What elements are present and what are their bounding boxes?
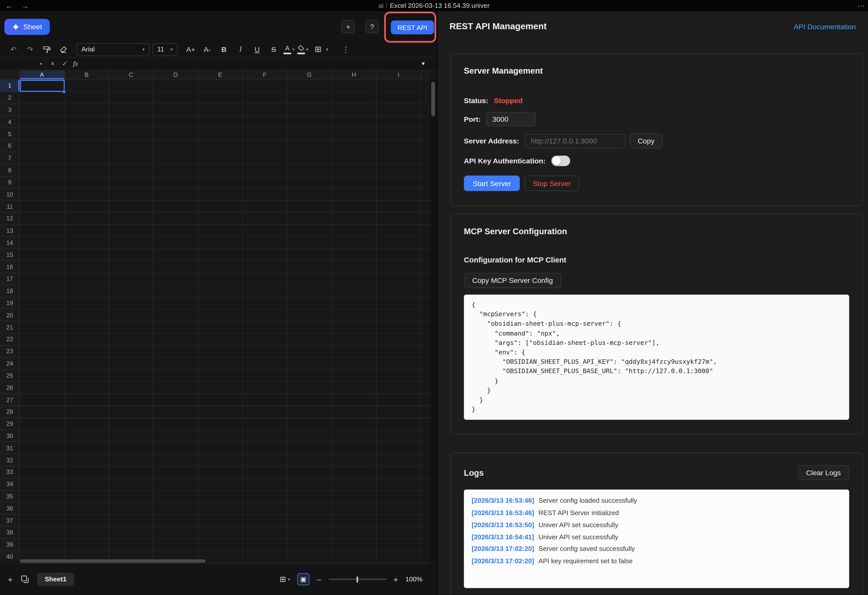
column-header-a[interactable]: A	[20, 70, 65, 79]
server-address-input[interactable]	[525, 134, 626, 148]
row-header-24[interactable]: 24	[0, 357, 19, 370]
row-header-18[interactable]: 18	[0, 285, 19, 297]
sheet-tab-sheet1[interactable]: Sheet1	[37, 573, 74, 586]
chevron-down-icon[interactable]: ▾	[326, 47, 328, 52]
zoom-slider[interactable]	[329, 579, 386, 580]
zoom-in-icon[interactable]: +	[393, 574, 398, 584]
fill-handle[interactable]	[62, 90, 66, 93]
row-header-23[interactable]: 23	[0, 345, 19, 357]
confirm-icon[interactable]: ✓	[59, 58, 71, 69]
increase-font-icon[interactable]: A+	[184, 43, 198, 56]
row-header-26[interactable]: 26	[0, 382, 19, 394]
row-header-6[interactable]: 6	[0, 140, 19, 152]
row-header-2[interactable]: 2	[0, 92, 19, 104]
row-header-27[interactable]: 27	[0, 394, 19, 406]
add-sheet-icon[interactable]: +	[8, 574, 13, 584]
zoom-level[interactable]: 100%	[405, 576, 422, 583]
row-header-35[interactable]: 35	[0, 490, 19, 502]
zoom-out-icon[interactable]: −	[317, 574, 321, 584]
view-mode-button-active[interactable]: ▣	[297, 573, 309, 585]
row-header-28[interactable]: 28	[0, 406, 19, 418]
row-header-25[interactable]: 25	[0, 370, 19, 382]
start-server-button[interactable]: Start Server	[464, 176, 520, 191]
cancel-icon[interactable]: ×	[47, 58, 59, 69]
text-color-icon[interactable]: A	[283, 44, 291, 54]
row-header-37[interactable]: 37	[0, 515, 19, 527]
strikethrough-icon[interactable]: S	[267, 43, 281, 56]
vertical-scrollbar-thumb[interactable]	[431, 82, 435, 116]
row-header-36[interactable]: 36	[0, 502, 19, 515]
forward-icon[interactable]: →	[22, 1, 29, 10]
api-key-auth-toggle-off[interactable]	[551, 155, 570, 166]
row-header-4[interactable]: 4	[0, 116, 19, 128]
column-header-f[interactable]: F	[243, 70, 287, 79]
paint-format-icon[interactable]	[40, 43, 54, 56]
column-header-i[interactable]: I	[376, 70, 421, 79]
port-input[interactable]	[486, 112, 536, 126]
sheet-button[interactable]: Sheet	[4, 19, 50, 35]
row-header-7[interactable]: 7	[0, 152, 19, 164]
column-header-d[interactable]: D	[154, 70, 198, 79]
italic-icon[interactable]: I	[234, 43, 248, 56]
row-header-11[interactable]: 11	[0, 201, 19, 213]
clear-logs-button[interactable]: Clear Logs	[798, 465, 849, 480]
stop-server-button[interactable]: Stop Server	[524, 176, 579, 191]
toolbar-overflow-icon[interactable]: ⋮	[339, 43, 353, 56]
column-header-c[interactable]: C	[109, 70, 154, 79]
rest-api-button[interactable]: REST API	[391, 21, 434, 34]
row-header-5[interactable]: 5	[0, 128, 19, 140]
row-header-16[interactable]: 16	[0, 261, 19, 273]
copy-mcp-config-button[interactable]: Copy MCP Server Config	[464, 273, 561, 288]
formula-bar-expand-icon[interactable]: ▼	[421, 61, 426, 66]
more-icon[interactable]: ⋯	[858, 1, 868, 10]
row-header-19[interactable]: 19	[0, 297, 19, 309]
sheet-list-icon[interactable]	[21, 575, 29, 584]
row-header-29[interactable]: 29	[0, 418, 19, 430]
horizontal-scrollbar-thumb[interactable]	[20, 559, 205, 563]
row-header-33[interactable]: 33	[0, 466, 19, 478]
column-header-g[interactable]: G	[287, 70, 332, 79]
row-header-22[interactable]: 22	[0, 333, 19, 345]
column-header-b[interactable]: B	[65, 70, 109, 79]
undo-icon[interactable]: ↶	[7, 43, 21, 56]
row-header-13[interactable]: 13	[0, 224, 19, 237]
name-box[interactable]: ▾	[0, 58, 47, 69]
back-icon[interactable]: ←	[6, 1, 13, 10]
clear-format-icon[interactable]	[56, 43, 70, 56]
column-header-h[interactable]: H	[332, 70, 376, 79]
cells-grid[interactable]	[20, 80, 430, 563]
redo-icon[interactable]: ↷	[23, 43, 37, 56]
row-header-34[interactable]: 34	[0, 478, 19, 490]
row-header-20[interactable]: 20	[0, 309, 19, 322]
chevron-down-icon[interactable]: ▾	[306, 47, 309, 52]
grid-view-select[interactable]: ⊞ ▾	[279, 575, 290, 584]
api-documentation-link[interactable]: API Documentation	[794, 22, 856, 31]
bold-icon[interactable]: B	[217, 43, 231, 56]
font-family-select[interactable]: Arial ▾	[76, 43, 149, 56]
row-header-12[interactable]: 12	[0, 213, 19, 224]
row-header-30[interactable]: 30	[0, 430, 19, 442]
row-header-3[interactable]: 3	[0, 104, 19, 116]
row-header-15[interactable]: 15	[0, 249, 19, 261]
chevron-down-icon[interactable]: ▾	[292, 47, 295, 52]
zoom-slider-knob[interactable]	[356, 576, 358, 582]
add-button[interactable]: +	[341, 20, 355, 33]
help-button[interactable]: ?	[365, 20, 379, 33]
row-header-14[interactable]: 14	[0, 237, 19, 249]
borders-icon[interactable]: ⊞	[311, 43, 325, 56]
copy-address-button[interactable]: Copy	[629, 133, 663, 148]
decrease-font-icon[interactable]: A-	[200, 43, 214, 56]
row-header-32[interactable]: 32	[0, 454, 19, 466]
row-header-21[interactable]: 21	[0, 321, 19, 333]
row-header-39[interactable]: 39	[0, 539, 19, 551]
horizontal-scrollbar[interactable]	[20, 559, 430, 563]
column-header-e[interactable]: E	[198, 70, 243, 79]
row-header-9[interactable]: 9	[0, 177, 19, 189]
underline-icon[interactable]: U	[250, 43, 264, 56]
row-header-10[interactable]: 10	[0, 188, 19, 201]
font-size-select[interactable]: 11 ▾	[152, 43, 178, 56]
fill-color-icon[interactable]	[297, 44, 305, 54]
row-header-38[interactable]: 38	[0, 527, 19, 539]
row-header-8[interactable]: 8	[0, 164, 19, 177]
chevron-down-icon[interactable]: ▾	[40, 61, 42, 66]
